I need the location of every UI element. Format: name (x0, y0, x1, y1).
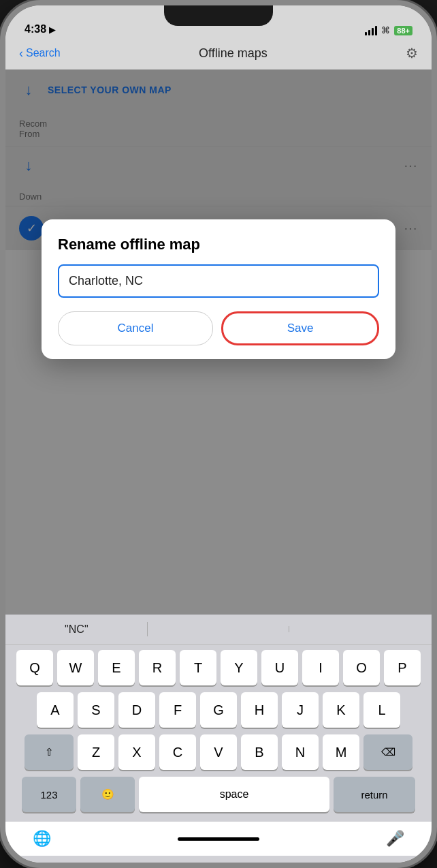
space-key[interactable]: space (139, 777, 329, 812)
keyboard-bottom-bar: 🌐 🎤 (5, 822, 432, 856)
gear-icon[interactable]: ⚙ (406, 45, 418, 61)
key-q[interactable]: Q (16, 650, 53, 685)
return-key[interactable]: return (334, 777, 415, 812)
key-t[interactable]: T (180, 650, 216, 685)
key-row-3: ⇧ Z X C V B N M ⌫ (8, 734, 429, 770)
globe-icon[interactable]: 🌐 (33, 830, 51, 848)
dialog-title: Rename offline map (58, 236, 379, 253)
key-row-1: Q W E R T Y U I O P (8, 650, 429, 685)
key-x[interactable]: X (118, 734, 155, 770)
location-icon: ▶ (49, 25, 56, 35)
shift-key[interactable]: ⇧ (25, 734, 74, 770)
wifi-icon: ⌘ (381, 25, 390, 35)
suggestion-2 (148, 624, 290, 635)
key-row-2: A S D F G H J K L (8, 692, 429, 728)
keyboard-area: "NC" Q W E R T Y U I O P (5, 615, 432, 863)
signal-bar-4 (375, 26, 377, 35)
signal-bar-2 (368, 30, 370, 35)
rename-dialog: Rename offline map Cancel Save (42, 219, 395, 359)
signal-bar-1 (365, 32, 367, 35)
signal-bars (365, 26, 377, 35)
key-j[interactable]: J (282, 692, 319, 728)
key-h[interactable]: H (241, 692, 278, 728)
save-button[interactable]: Save (221, 311, 379, 345)
suggestion-3 (289, 624, 432, 635)
map-name-input[interactable] (58, 264, 379, 298)
mic-icon[interactable]: 🎤 (386, 830, 404, 848)
status-icons: ⌘ 88+ (365, 25, 412, 35)
key-c[interactable]: C (159, 734, 196, 770)
phone-screen: 4:38 ▶ ⌘ 88+ ‹ Search Offline maps (5, 5, 432, 863)
key-s[interactable]: S (78, 692, 114, 728)
key-f[interactable]: F (159, 692, 196, 728)
numbers-key[interactable]: 123 (22, 777, 76, 812)
emoji-key[interactable]: 🙂 (80, 777, 135, 812)
app-content: ↓ SELECT YOUR OWN MAP Recom From ↓ (5, 69, 432, 615)
keyboard-rows: Q W E R T Y U I O P A S D F G (5, 645, 432, 822)
cancel-button[interactable]: Cancel (58, 311, 213, 345)
key-g[interactable]: G (200, 692, 237, 728)
key-p[interactable]: P (384, 650, 421, 685)
dialog-buttons: Cancel Save (58, 311, 379, 345)
backspace-key[interactable]: ⌫ (363, 734, 412, 770)
notch (164, 5, 273, 26)
key-u[interactable]: U (261, 650, 298, 685)
key-z[interactable]: Z (78, 734, 114, 770)
key-o[interactable]: O (343, 650, 380, 685)
home-indicator (178, 837, 259, 841)
phone-frame: 4:38 ▶ ⌘ 88+ ‹ Search Offline maps (0, 0, 437, 868)
key-y[interactable]: Y (221, 650, 257, 685)
key-k[interactable]: K (323, 692, 359, 728)
key-e[interactable]: E (98, 650, 135, 685)
key-a[interactable]: A (37, 692, 74, 728)
key-d[interactable]: D (118, 692, 155, 728)
keyboard-suggestions: "NC" (5, 615, 432, 645)
key-v[interactable]: V (200, 734, 237, 770)
key-n[interactable]: N (282, 734, 319, 770)
back-arrow-icon: ‹ (19, 46, 23, 61)
key-i[interactable]: I (302, 650, 339, 685)
page-title: Offline maps (199, 46, 268, 61)
key-w[interactable]: W (57, 650, 94, 685)
signal-bar-3 (372, 28, 374, 35)
key-row-4: 123 🙂 space return (8, 777, 429, 812)
key-m[interactable]: M (323, 734, 359, 770)
back-button[interactable]: ‹ Search (19, 46, 61, 61)
key-b[interactable]: B (241, 734, 278, 770)
battery-badge: 88+ (394, 26, 412, 35)
modal-overlay: Rename offline map Cancel Save (5, 69, 432, 615)
suggestion-1[interactable]: "NC" (5, 618, 148, 641)
back-label: Search (26, 47, 61, 59)
app-header: ‹ Search Offline maps ⚙ (5, 40, 432, 69)
status-time: 4:38 (25, 23, 46, 35)
key-l[interactable]: L (363, 692, 400, 728)
key-r[interactable]: R (139, 650, 176, 685)
